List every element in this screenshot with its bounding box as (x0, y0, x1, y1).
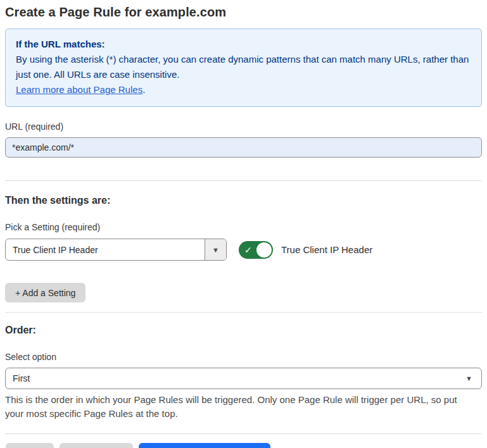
order-select-label: Select option (5, 351, 482, 363)
check-icon: ✓ (244, 246, 252, 254)
learn-more-link[interactable]: Learn more about Page Rules (16, 84, 142, 95)
setting-select-value: True Client IP Header (6, 239, 205, 260)
setting-select[interactable]: True Client IP Header ▼ (5, 239, 227, 261)
page-rule-form: Create a Page Rule for example.com If th… (0, 0, 487, 448)
chevron-down-icon: ▼ (205, 239, 226, 260)
info-box-body-text: By using the asterisk (*) character, you… (16, 54, 469, 80)
settings-section-heading: Then the settings are: (5, 195, 482, 206)
info-box-heading: If the URL matches: (16, 37, 471, 52)
toggle-label: True Client IP Header (281, 244, 372, 255)
divider (5, 433, 482, 434)
info-box-link-line: Learn more about Page Rules. (16, 82, 471, 97)
divider (5, 312, 482, 313)
order-select-value: First (13, 373, 30, 383)
setting-toggle[interactable]: ✓ (239, 241, 273, 259)
add-setting-button[interactable]: + Add a Setting (5, 283, 85, 302)
url-input[interactable] (5, 137, 482, 158)
order-section-heading: Order: (5, 325, 482, 336)
save-deploy-button[interactable]: Save and Deploy Page Rule (139, 443, 270, 448)
link-suffix: . (142, 84, 145, 95)
chevron-down-icon: ▼ (465, 375, 472, 382)
order-select[interactable]: First ▼ (5, 368, 482, 389)
save-draft-button[interactable]: Save as Draft (60, 443, 134, 448)
cancel-button[interactable]: Cancel (6, 443, 54, 448)
setting-picker-label: Pick a Setting (required) (5, 221, 482, 233)
order-help-text: This is the order in which your Page Rul… (5, 393, 477, 421)
divider (5, 180, 482, 181)
info-box-body: By using the asterisk (*) character, you… (16, 52, 471, 82)
page-title: Create a Page Rule for example.com (5, 4, 482, 21)
setting-picker-row: True Client IP Header ▼ ✓ True Client IP… (5, 239, 482, 261)
form-actions: Cancel Save as Draft Save and Deploy Pag… (5, 443, 482, 448)
toggle-knob (256, 242, 272, 258)
url-field-label: URL (required) (5, 121, 482, 132)
url-match-info-box: If the URL matches: By using the asteris… (5, 28, 482, 107)
